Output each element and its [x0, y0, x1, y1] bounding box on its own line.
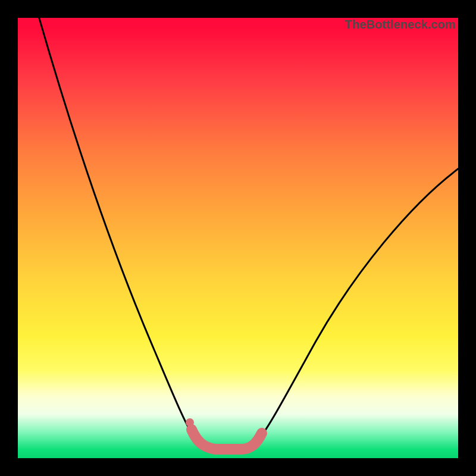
- plot-area: [18, 18, 458, 458]
- valley-marker-dot: [186, 418, 194, 427]
- curve-path: [36, 18, 458, 450]
- valley-marker: [192, 430, 262, 449]
- bottleneck-curve: [18, 18, 458, 458]
- attribution-text: TheBottleneck.com: [345, 18, 456, 32]
